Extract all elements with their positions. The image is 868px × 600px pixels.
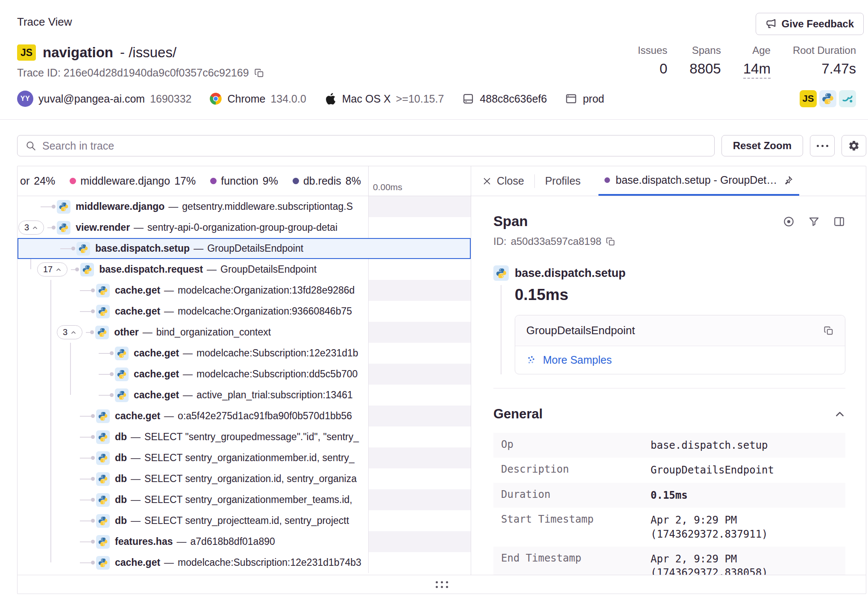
more-samples-link[interactable]: More Samples bbox=[515, 346, 845, 374]
tree-connector-icon bbox=[80, 437, 93, 438]
table-row: Duration 0.15ms bbox=[493, 483, 845, 508]
python-icon bbox=[96, 284, 110, 297]
copy-icon[interactable] bbox=[254, 68, 264, 78]
timeline-cell bbox=[368, 468, 471, 489]
trace-tree-panel: or 24% middleware.django 17% function 9% bbox=[18, 166, 471, 575]
trace-row[interactable]: cache.get — o:a5f42e275d1ac91fba90f0b570… bbox=[18, 406, 471, 426]
filter-icon[interactable] bbox=[808, 215, 820, 228]
python-icon bbox=[96, 514, 110, 528]
focus-span-icon[interactable] bbox=[783, 215, 795, 228]
trace-row[interactable]: db — SELECT "sentry_groupedmessage"."id"… bbox=[18, 426, 471, 447]
trace-row[interactable]: cache.get — modelcache:Organization:13fd… bbox=[18, 280, 471, 301]
table-row: Description GroupDetailsEndpoint bbox=[493, 458, 845, 482]
trace-row[interactable]: db — SELECT sentry_organizationmember_te… bbox=[18, 489, 471, 510]
timeline-cell bbox=[368, 196, 471, 217]
span-op: view.render bbox=[76, 222, 130, 233]
pin-icon[interactable] bbox=[783, 175, 793, 185]
collapse-section-icon[interactable] bbox=[834, 409, 845, 420]
tree-connector-icon bbox=[99, 395, 111, 396]
python-icon bbox=[96, 535, 110, 549]
details-tabbar: Close Profiles base.dispatch.setup - Gro… bbox=[471, 166, 866, 196]
timeline-cell bbox=[368, 489, 471, 510]
span-op: db bbox=[115, 473, 127, 485]
tree-connector-icon bbox=[80, 541, 93, 542]
dot-grid-handle-icon bbox=[436, 581, 448, 588]
timeline-cell bbox=[368, 343, 471, 364]
tab-span-details[interactable]: base.dispatch.setup - GroupDetails… bbox=[598, 166, 799, 196]
tab-profiles[interactable]: Profiles bbox=[545, 175, 581, 187]
trace-row-selected[interactable]: base.dispatch.setup — GroupDetailsEndpoi… bbox=[18, 238, 471, 259]
trace-row[interactable]: db — SELECT sentry_projectteam.id, sentr… bbox=[18, 510, 471, 531]
page-title: Trace View bbox=[17, 13, 72, 29]
timeline-axis: 0.00ms bbox=[368, 166, 471, 196]
give-feedback-button[interactable]: Give Feedback bbox=[756, 13, 864, 35]
ops-breakdown-legend: or 24% middleware.django 17% function 9% bbox=[18, 166, 368, 196]
collapse-badge[interactable]: 17 bbox=[37, 262, 67, 276]
span-description: SELECT sentry_organizationmember.id, sen… bbox=[144, 452, 355, 464]
chevron-up-icon bbox=[32, 225, 38, 231]
python-icon bbox=[96, 430, 110, 444]
trace-row[interactable]: 17 base.dispatch.request — GroupDetailsE… bbox=[18, 259, 471, 280]
collapse-badge[interactable]: 3 bbox=[57, 325, 82, 339]
python-icon bbox=[96, 409, 110, 423]
tree-connector-icon bbox=[80, 521, 93, 521]
general-heading: General bbox=[493, 406, 542, 422]
table-row: Start Timestamp Apr 2, 9:29 PM (17436293… bbox=[493, 508, 845, 547]
trace-main-panel: or 24% middleware.django 17% function 9% bbox=[17, 166, 866, 594]
close-details-button[interactable]: Close bbox=[482, 175, 524, 187]
legend-item: middleware.django 17% bbox=[70, 175, 196, 187]
trace-row[interactable]: cache.get — active_plan_trial:subscripti… bbox=[18, 385, 471, 406]
timeline-cell bbox=[368, 364, 471, 385]
more-options-button[interactable] bbox=[810, 135, 835, 156]
span-op: db bbox=[115, 452, 127, 464]
trace-row[interactable]: db — SELECT sentry_organization.id, sent… bbox=[18, 468, 471, 489]
trace-row[interactable]: 3 view.render — sentry-api-0-organizatio… bbox=[18, 217, 471, 238]
span-details-panel: Close Profiles base.dispatch.setup - Gro… bbox=[471, 166, 866, 575]
window-icon bbox=[565, 92, 578, 105]
trace-row[interactable]: features.has — a7d618b8df01a890 bbox=[18, 531, 471, 552]
layout-columns-icon[interactable] bbox=[833, 215, 845, 228]
sample-description: GroupDetailsEndpoint bbox=[526, 324, 635, 337]
copy-icon[interactable] bbox=[606, 237, 616, 247]
trace-row[interactable]: cache.get — modelcache:Subscription:12e2… bbox=[18, 552, 471, 573]
settings-button[interactable] bbox=[842, 135, 866, 156]
collapse-badge[interactable]: 3 bbox=[18, 221, 44, 235]
span-op: cache.get bbox=[134, 389, 179, 401]
general-table: Op base.dispatch.setup Description Group… bbox=[493, 433, 845, 575]
python-icon bbox=[115, 388, 129, 402]
reset-zoom-button[interactable]: Reset Zoom bbox=[721, 135, 803, 156]
python-icon bbox=[96, 451, 110, 465]
span-op: cache.get bbox=[115, 410, 160, 422]
tree-connector-icon bbox=[80, 458, 93, 459]
span-description: active_plan_trial:subscription:13461 bbox=[196, 389, 353, 401]
trace-row[interactable]: cache.get — modelcache:Organization:9366… bbox=[18, 301, 471, 322]
javascript-platform-badge: JS bbox=[800, 90, 817, 107]
copy-icon[interactable] bbox=[824, 326, 834, 336]
close-icon bbox=[482, 176, 492, 186]
timeline-cell bbox=[368, 426, 471, 447]
span-op: middleware.django bbox=[76, 201, 164, 212]
legend-item: db.redis 8% bbox=[293, 175, 361, 187]
trace-row[interactable]: 3 other — bind_organization_context bbox=[18, 322, 471, 343]
panel-resize-handle[interactable] bbox=[18, 575, 866, 594]
trace-row[interactable]: cache.get — modelcache:Subscription:dd5c… bbox=[18, 364, 471, 385]
span-tree: middleware.django — getsentry.middleware… bbox=[18, 196, 471, 575]
span-op: base.dispatch.setup bbox=[95, 243, 190, 254]
trace-row[interactable]: db — SELECT sentry_organizationmember.id… bbox=[18, 447, 471, 468]
trace-path-title: - /issues/ bbox=[120, 44, 176, 61]
search-input[interactable] bbox=[42, 140, 707, 152]
tree-connector-icon bbox=[99, 353, 111, 354]
span-description: modelcache:Subscription:12e231d1b74b3 bbox=[178, 557, 361, 568]
device-icon bbox=[462, 92, 475, 105]
span-op: cache.get bbox=[115, 306, 160, 317]
python-icon bbox=[96, 493, 110, 507]
span-description: getsentry.middleware.subscriptiontag.S bbox=[182, 201, 353, 212]
span-heading: Span bbox=[493, 213, 528, 229]
python-icon bbox=[96, 305, 110, 318]
stat-root-duration: Root Duration 7.47s bbox=[793, 44, 856, 79]
python-icon bbox=[96, 472, 110, 486]
page-header: Trace View Give Feedback JS navigation -… bbox=[0, 0, 868, 120]
trace-row[interactable]: middleware.django — getsentry.middleware… bbox=[18, 196, 471, 217]
trace-row[interactable]: cache.get — modelcache:Subscription:12e2… bbox=[18, 343, 471, 364]
span-op: db bbox=[115, 431, 127, 443]
